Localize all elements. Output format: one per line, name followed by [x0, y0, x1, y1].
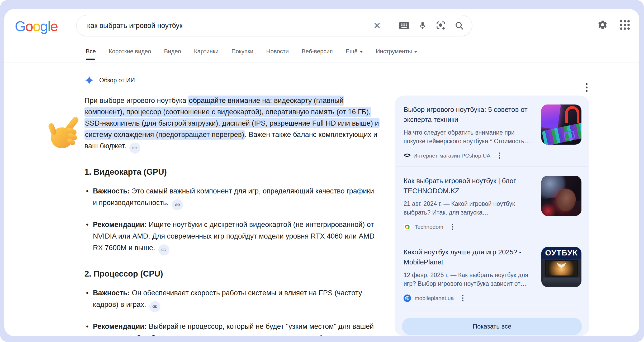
- clear-search-button[interactable]: ✕: [373, 21, 381, 30]
- search-tabs: Все Короткие видео Видео Картинки Покупк…: [86, 48, 417, 60]
- card-title[interactable]: Выбор игрового ноутбука: 5 советов от эк…: [404, 104, 534, 125]
- search-icon: [454, 21, 464, 30]
- ai-overview-paragraph: При выборе игрового ноутбука обращайте в…: [84, 95, 380, 154]
- logo-letter: l: [48, 18, 50, 34]
- search-box[interactable]: ✕: [76, 15, 472, 36]
- link-icon: [161, 247, 167, 253]
- link-icon: [174, 202, 180, 208]
- bullet-label: Рекомендации:: [93, 221, 147, 229]
- divider: [390, 20, 390, 31]
- source-link-chip[interactable]: [149, 301, 160, 312]
- tab-shopping[interactable]: Покупки: [231, 48, 253, 60]
- tab-web[interactable]: Веб-версия: [302, 48, 333, 60]
- browser-page: Google ✕: [4, 9, 639, 336]
- logo-letter: e: [50, 18, 58, 34]
- link-icon: [132, 145, 138, 151]
- card-snippet: 12 февр. 2025 г. — Как выбрать ноутбук д…: [404, 271, 534, 288]
- card-snippet: На что следует обратить внимание при пок…: [404, 128, 534, 146]
- tab-more[interactable]: Ещё: [346, 48, 363, 60]
- ai-overview-title: Обзор от ИИ: [99, 77, 135, 84]
- gear-icon: [597, 20, 608, 30]
- section-heading-cpu: 2. Процессор (CPU): [84, 269, 380, 279]
- tab-images[interactable]: Картинки: [194, 48, 219, 60]
- globe-favicon: [404, 294, 411, 302]
- tab-all[interactable]: Все: [86, 48, 96, 60]
- code-brackets-favicon: <>: [404, 152, 410, 160]
- ai-overview: Обзор от ИИ При выборе игрового ноутбука…: [84, 75, 380, 336]
- tab-tools[interactable]: Инструменты: [376, 48, 417, 60]
- overview-menu-button[interactable]: [584, 82, 589, 93]
- source-card[interactable]: Выбор игрового ноутбука: 5 советов от эк…: [395, 96, 589, 167]
- pointing-hand-emoji: [46, 115, 83, 152]
- chevron-down-icon: [414, 51, 417, 53]
- bullet-label: Важность:: [93, 289, 130, 297]
- logo-letter: G: [15, 18, 25, 34]
- section-heading-gpu: 1. Видеокарта (GPU): [84, 167, 380, 177]
- search-input[interactable]: [87, 21, 373, 30]
- lens-icon: [436, 21, 446, 30]
- card-menu-button[interactable]: [451, 223, 454, 231]
- card-title[interactable]: Какой ноутбук лучше для игр 2025? - Mobi…: [404, 247, 534, 267]
- card-source-name: Technodom: [415, 224, 443, 230]
- thumbnail-image[interactable]: [541, 104, 581, 145]
- settings-button[interactable]: [597, 20, 608, 30]
- bullet-label: Важность:: [93, 187, 130, 195]
- list-item: Рекомендации: Ищите ноутбуки с дискретно…: [84, 219, 380, 255]
- logo-letter: o: [25, 18, 33, 34]
- source-link-chip[interactable]: [158, 244, 169, 255]
- source-card[interactable]: Как выбрать игровой ноутбук | блог TECHN…: [395, 167, 589, 238]
- chevron-down-icon: [360, 51, 363, 53]
- list-item: Важность: Он обеспечивает скорость работ…: [84, 287, 380, 312]
- tab-videos[interactable]: Видео: [164, 48, 181, 60]
- ai-sparkle-icon: [84, 75, 94, 85]
- header-divider: [4, 63, 639, 63]
- list-item: Важность: Это самый важный компонент для…: [84, 185, 380, 210]
- bullet-text: Он обеспечивает скорость работы системы …: [93, 289, 362, 308]
- tab-short-videos[interactable]: Короткие видео: [109, 48, 151, 60]
- logo-letter: g: [40, 18, 48, 34]
- keyboard-icon: [399, 22, 409, 30]
- thumbnail-text: ОУТБУК: [545, 248, 577, 257]
- tab-news[interactable]: Новости: [266, 48, 289, 60]
- keyboard-button[interactable]: [399, 22, 409, 30]
- card-menu-button[interactable]: [461, 294, 465, 302]
- card-menu-button[interactable]: [498, 151, 501, 160]
- source-link-chip[interactable]: [129, 142, 140, 154]
- thumbnail-image[interactable]: ОУТБУК: [541, 247, 581, 287]
- source-card[interactable]: Какой ноутбук лучше для игр 2025? - Mobi…: [395, 238, 589, 309]
- google-apps-button[interactable]: [620, 20, 630, 30]
- window-frame: Google ✕: [0, 0, 644, 342]
- card-source-name: Интернет-магазин PCshop.UA: [413, 153, 490, 159]
- bullet-text: Это самый важный компонент для игр, опре…: [93, 187, 374, 207]
- microphone-icon: [418, 21, 427, 30]
- divider: [403, 311, 581, 311]
- source-link-chip[interactable]: [172, 199, 183, 210]
- google-lens-button[interactable]: [436, 21, 446, 30]
- link-icon: [152, 304, 158, 310]
- bullet-label: Рекомендации:: [93, 322, 147, 330]
- thumbnail-image[interactable]: [541, 176, 581, 216]
- card-snippet: 21 авг. 2024 г. — Какой игровой ноутбук …: [404, 200, 534, 217]
- card-source-name: mobileplanet.ua: [415, 295, 454, 301]
- technodom-favicon: [404, 223, 411, 231]
- sources-panel: Выбор игрового ноутбука: 5 советов от эк…: [395, 96, 589, 336]
- list-item: Рекомендации: Выбирайте процессор, котор…: [84, 321, 380, 336]
- show-all-button[interactable]: Показать все: [402, 318, 582, 335]
- close-icon: ✕: [373, 21, 381, 30]
- voice-search-button[interactable]: [418, 21, 427, 30]
- apps-grid-icon: [620, 20, 630, 30]
- logo-letter: o: [33, 18, 40, 34]
- card-title[interactable]: Как выбрать игровой ноутбук | блог TECHN…: [404, 176, 534, 196]
- paragraph-text: При выборе игрового ноутбука: [84, 97, 188, 104]
- search-submit-button[interactable]: [454, 21, 464, 30]
- google-logo[interactable]: Google: [15, 19, 58, 33]
